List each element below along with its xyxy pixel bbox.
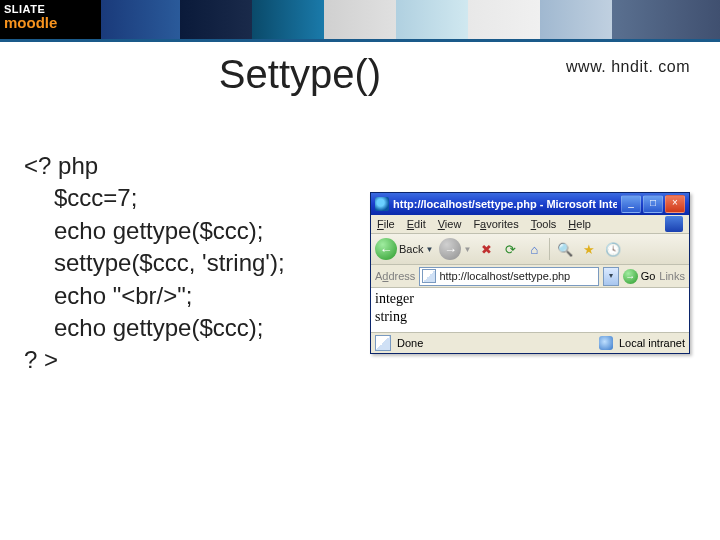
address-dropdown[interactable]: ▾ <box>603 267 619 286</box>
links-label[interactable]: Links <box>659 270 685 282</box>
code-line: $ccc=7; <box>24 182 285 214</box>
browser-toolbar: ← Back ▼ → ▼ ✖ ⟳ ⌂ 🔍 ★ 🕓 <box>371 234 689 265</box>
minimize-button[interactable]: _ <box>621 195 641 213</box>
close-button[interactable]: × <box>665 195 685 213</box>
code-block: <? php $ccc=7; echo gettype($ccc); setty… <box>24 150 285 377</box>
site-url: www. hndit. com <box>566 58 690 76</box>
home-button[interactable]: ⌂ <box>525 240 543 258</box>
menu-edit[interactable]: Edit <box>407 218 426 230</box>
maximize-button[interactable]: □ <box>643 195 663 213</box>
logo: SLIATE moodle <box>4 4 57 30</box>
go-icon: → <box>623 269 638 284</box>
title-row: Settype() www. hndit. com <box>0 52 720 112</box>
code-line: echo "<br/>"; <box>24 280 285 312</box>
address-bar: Address http://localhost/settype.php ▾ →… <box>371 265 689 288</box>
output-line: string <box>375 308 685 326</box>
search-button[interactable]: 🔍 <box>556 240 574 258</box>
refresh-button[interactable]: ⟳ <box>501 240 519 258</box>
go-label: Go <box>641 270 656 282</box>
done-icon <box>375 335 391 351</box>
browser-window: http://localhost/settype.php - Microsoft… <box>370 192 690 354</box>
back-label: Back <box>399 243 423 255</box>
menu-favorites[interactable]: Favorites <box>473 218 518 230</box>
browser-content: integer string <box>371 288 689 332</box>
code-line: echo gettype($ccc); <box>24 312 285 344</box>
menu-file[interactable]: File <box>377 218 395 230</box>
menu-view[interactable]: View <box>438 218 462 230</box>
ie-icon <box>375 197 389 211</box>
menu-tools[interactable]: Tools <box>531 218 557 230</box>
toolbar-separator <box>549 238 550 260</box>
stop-button[interactable]: ✖ <box>477 240 495 258</box>
address-value: http://localhost/settype.php <box>439 270 570 282</box>
browser-menubar: File Edit View Favorites Tools Help <box>371 215 689 234</box>
back-button[interactable]: ← Back ▼ <box>375 238 433 260</box>
code-line: echo gettype($ccc); <box>24 215 285 247</box>
status-bar: Done Local intranet <box>371 332 689 353</box>
output-line: integer <box>375 290 685 308</box>
back-icon: ← <box>375 238 397 260</box>
code-line: <? php <box>24 152 98 179</box>
address-label: Address <box>375 270 415 282</box>
forward-icon: → <box>439 238 461 260</box>
ie-brand-icon <box>665 216 683 232</box>
address-field[interactable]: http://localhost/settype.php <box>419 267 598 286</box>
slide-banner: SLIATE moodle <box>0 0 720 42</box>
status-text: Done <box>397 337 423 349</box>
forward-button[interactable]: → ▼ <box>439 238 471 260</box>
history-button[interactable]: 🕓 <box>604 240 622 258</box>
go-button[interactable]: → Go <box>623 269 656 284</box>
zone-text: Local intranet <box>619 337 685 349</box>
slide-title: Settype() <box>0 52 660 97</box>
logo-line2: moodle <box>4 15 57 30</box>
browser-titlebar[interactable]: http://localhost/settype.php - Microsoft… <box>371 193 689 215</box>
code-line: ? > <box>24 346 58 373</box>
menu-help[interactable]: Help <box>568 218 591 230</box>
code-line: settype($ccc, 'string'); <box>24 247 285 279</box>
favorites-button[interactable]: ★ <box>580 240 598 258</box>
page-icon <box>422 269 436 283</box>
browser-title: http://localhost/settype.php - Microsoft… <box>393 198 617 210</box>
zone-icon <box>599 336 613 350</box>
window-buttons: _ □ × <box>621 195 685 213</box>
